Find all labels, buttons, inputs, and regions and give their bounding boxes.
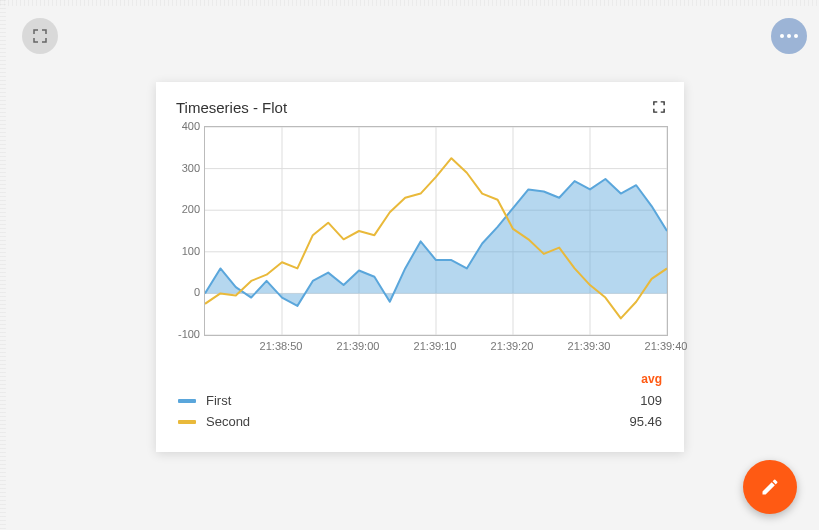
- y-tick-label: 200: [182, 203, 200, 215]
- legend-swatch: [178, 399, 196, 403]
- panel-header: Timeseries - Flot: [172, 98, 668, 126]
- y-tick-label: 0: [194, 286, 200, 298]
- y-tick-label: -100: [178, 328, 200, 340]
- x-tick-label: 21:39:30: [568, 340, 611, 352]
- x-tick-label: 21:39:20: [491, 340, 534, 352]
- legend-value: 109: [640, 393, 662, 408]
- more-options-button[interactable]: [771, 18, 807, 54]
- panel-title: Timeseries - Flot: [176, 99, 287, 116]
- legend: avg First109Second95.46: [172, 372, 668, 432]
- plot-area[interactable]: [204, 126, 668, 336]
- x-tick-label: 21:38:50: [260, 340, 303, 352]
- edit-fab-button[interactable]: [743, 460, 797, 514]
- legend-value: 95.46: [629, 414, 662, 429]
- left-ruler: [0, 0, 6, 530]
- legend-swatch: [178, 420, 196, 424]
- legend-header-avg: avg: [178, 372, 662, 390]
- y-tick-label: 100: [182, 245, 200, 257]
- y-tick-label: 400: [182, 120, 200, 132]
- y-tick-label: 300: [182, 162, 200, 174]
- legend-label: First: [206, 393, 640, 408]
- ellipsis-icon: [780, 34, 798, 38]
- chart-area: -1000100200300400: [172, 126, 668, 336]
- fullscreen-icon: [653, 101, 665, 113]
- top-ruler: [0, 0, 819, 6]
- chart-panel: Timeseries - Flot -1000100200300400 21:3…: [156, 82, 684, 452]
- x-tick-label: 21:39:40: [645, 340, 688, 352]
- legend-label: Second: [206, 414, 629, 429]
- pencil-icon: [760, 477, 780, 497]
- x-axis: 21:38:5021:39:0021:39:1021:39:2021:39:30…: [204, 336, 668, 354]
- x-tick-label: 21:39:10: [414, 340, 457, 352]
- fullscreen-button[interactable]: [22, 18, 58, 54]
- x-tick-label: 21:39:00: [337, 340, 380, 352]
- legend-row[interactable]: First109: [178, 390, 662, 411]
- legend-row[interactable]: Second95.46: [178, 411, 662, 432]
- fullscreen-icon: [33, 29, 47, 43]
- y-axis: -1000100200300400: [172, 126, 204, 336]
- panel-fullscreen-button[interactable]: [650, 98, 668, 116]
